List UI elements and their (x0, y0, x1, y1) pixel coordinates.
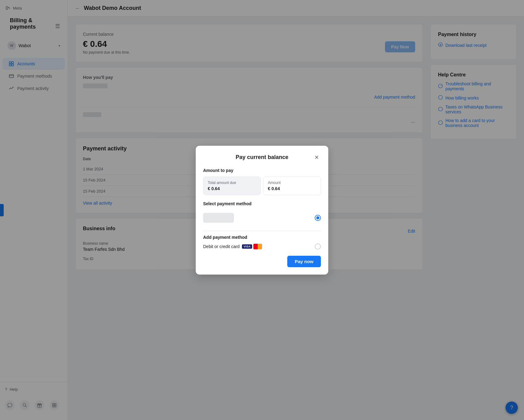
modal-separator (203, 231, 321, 231)
card-icons: VISA (242, 244, 262, 249)
total-amount-box: Total amount due € 0.64 (203, 177, 261, 195)
pay-now-modal-button[interactable]: Pay now (287, 256, 321, 267)
add-payment-section-title: Add payment method (203, 235, 321, 240)
existing-payment-option[interactable] (203, 210, 321, 226)
visa-icon: VISA (242, 244, 252, 249)
payment-option-radio-selected[interactable] (315, 215, 321, 221)
amount-box: Amount € 0.64 (263, 177, 321, 195)
modal-title: Pay current balance (212, 154, 312, 161)
mastercard-icon (253, 244, 262, 249)
total-amount-value: € 0.64 (208, 186, 256, 191)
add-payment-section: Add payment method Debit or credit card … (203, 235, 321, 250)
amount-value: € 0.64 (268, 186, 316, 191)
amount-to-pay-label: Amount to pay (203, 168, 321, 173)
total-amount-label: Total amount due (208, 181, 256, 185)
modal-overlay[interactable]: Pay current balance ✕ Amount to pay Tota… (0, 0, 524, 420)
add-payment-radio[interactable] (315, 243, 321, 250)
debit-credit-row[interactable]: Debit or credit card VISA (203, 243, 321, 250)
debit-credit-label: Debit or credit card (203, 244, 239, 249)
payment-card-placeholder (203, 213, 234, 223)
debit-credit-left: Debit or credit card VISA (203, 244, 262, 249)
modal-footer: Pay now (203, 256, 321, 267)
amount-row: Total amount due € 0.64 Amount € 0.64 (203, 177, 321, 195)
close-modal-button[interactable]: ✕ (312, 153, 321, 162)
select-payment-section: Select payment method (203, 201, 321, 226)
modal-header: Pay current balance ✕ (203, 153, 321, 162)
modal: Pay current balance ✕ Amount to pay Tota… (196, 146, 328, 275)
amount-label: Amount (268, 181, 316, 185)
select-payment-label: Select payment method (203, 201, 321, 206)
